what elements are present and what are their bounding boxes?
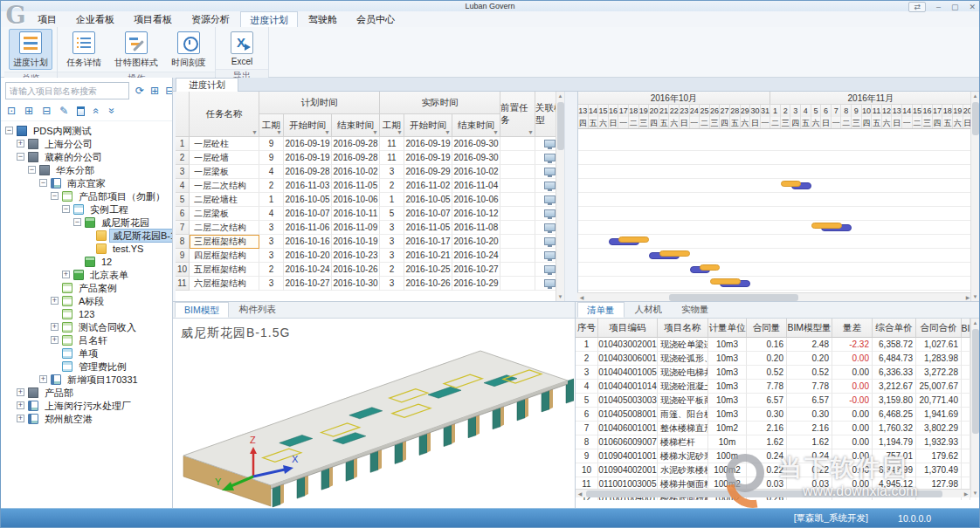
- tree-item[interactable]: −威尼斯花园: [1, 216, 172, 229]
- quantity-row[interactable]: 6010405008001雨篷、阳台板商..10m30.300.300.006,…: [576, 408, 970, 422]
- quantity-row[interactable]: 3010404001005现浇砼电梯井壁..10m30.520.520.006,…: [576, 366, 970, 380]
- gantt-actual-bar[interactable]: [811, 223, 842, 229]
- tab-人材机[interactable]: 人材机: [626, 302, 672, 318]
- menu-item-企业看板[interactable]: 企业看板: [67, 11, 123, 27]
- maximize-icon[interactable]: [951, 3, 959, 11]
- collapse-toggle-icon[interactable]: −: [28, 166, 36, 174]
- model-link-icon[interactable]: [544, 168, 556, 175]
- ribbon-button-任务详情[interactable]: 任务详情: [62, 29, 106, 70]
- gantt-chart[interactable]: 2016年10月2016年11月 13141516171819202122232…: [577, 92, 972, 292]
- gantt-actual-bar[interactable]: [618, 237, 649, 243]
- quantity-row[interactable]: 1010403002001现浇砼单梁连续..10m30.162.48-2.326…: [576, 338, 970, 352]
- col-项目编码[interactable]: 项目编码: [598, 319, 658, 338]
- quantity-row[interactable]: 2010403006001现浇砼弧形、拱..10m30.200.200.006,…: [576, 352, 970, 366]
- task-name-cell[interactable]: 四层框架结构: [190, 249, 259, 263]
- ribbon-button-进度计划[interactable]: 进度计划: [9, 29, 52, 70]
- tab-BIM模型[interactable]: BIM模型: [175, 302, 229, 318]
- gantt-actual-bar[interactable]: [659, 250, 690, 257]
- tree-item[interactable]: +上海闵行污水处理厂: [1, 399, 172, 412]
- table-gantt-splitter[interactable]: [564, 92, 577, 301]
- col-plan-start[interactable]: 开始时间▼: [284, 114, 332, 137]
- tree-item[interactable]: −实例工程: [1, 202, 172, 216]
- collapse-toggle-icon[interactable]: −: [73, 218, 81, 226]
- expand-toggle-icon[interactable]: +: [17, 388, 24, 396]
- search-input[interactable]: [5, 82, 129, 99]
- model-link-icon[interactable]: [544, 251, 556, 259]
- tree-item[interactable]: 管理费比例: [1, 360, 172, 373]
- quantity-row[interactable]: 9010904001001楼梯水泥砂浆踢..100m0.240.240.0075…: [576, 449, 970, 463]
- model-link-icon[interactable]: [544, 182, 556, 189]
- model-link-icon[interactable]: [544, 237, 556, 245]
- task-name-cell[interactable]: 一层砼柱: [190, 137, 259, 151]
- col-量差[interactable]: 量差: [832, 319, 873, 338]
- schedule-row[interactable]: 3一层梁板42016-09-282016-10-0232016-09-29201…: [176, 165, 564, 179]
- col-合同量[interactable]: 合同量: [747, 319, 787, 338]
- add-sibling-icon[interactable]: ⊟: [42, 106, 51, 116]
- col-BI[interactable]: BI: [962, 319, 970, 338]
- col-plan-end[interactable]: 结束时间▼: [332, 114, 380, 137]
- task-name-cell[interactable]: 一层梁板: [190, 165, 259, 179]
- tree-item[interactable]: +测试合同收入: [1, 320, 172, 333]
- col-计量单位[interactable]: 计量单位: [708, 319, 747, 338]
- tab-实物量[interactable]: 实物量: [673, 302, 718, 318]
- edit-icon[interactable]: ✎: [59, 106, 68, 116]
- expand-toggle-icon[interactable]: +: [39, 375, 47, 383]
- expand-grid-icon[interactable]: ⊞: [150, 86, 159, 96]
- model-link-icon[interactable]: [544, 140, 556, 147]
- quantities-horizontal-scrollbar[interactable]: ◀ ▶: [576, 489, 970, 497]
- col-合同合价[interactable]: 合同合价: [916, 319, 962, 338]
- collapse-toggle-icon[interactable]: −: [5, 127, 13, 134]
- quantity-row[interactable]: 8010606009007楼梯栏杆10m1.621.620.001,194.79…: [576, 435, 970, 449]
- collapse-toggle-icon[interactable]: −: [51, 192, 59, 200]
- tree-item[interactable]: 威尼斯花园B-1.5G: [1, 229, 172, 242]
- schedule-row[interactable]: 7二层二次结构32016-11-062016-11-0932016-11-052…: [176, 221, 564, 235]
- menu-item-项目[interactable]: 项目: [29, 11, 66, 27]
- quantity-row[interactable]: 10010904002001水泥砂浆楼梯2..100m20.220.220.00…: [576, 463, 970, 477]
- task-name-cell[interactable]: 六层框架结构: [190, 277, 259, 291]
- model-link-icon[interactable]: [544, 209, 556, 217]
- gantt-horizontal-scrollbar[interactable]: ◀ ▶: [577, 292, 972, 301]
- tree-item[interactable]: +吕名轩: [1, 333, 172, 346]
- model-link-icon[interactable]: [544, 154, 556, 161]
- menu-item-进度计划[interactable]: 进度计划: [240, 11, 298, 27]
- col-task-name[interactable]: 任务名称▼: [190, 92, 259, 137]
- tree-item[interactable]: −PDS内网测试: [1, 124, 172, 137]
- col-plan-duration[interactable]: 工期▼: [259, 114, 284, 137]
- menu-item-资源分析[interactable]: 资源分析: [183, 11, 238, 27]
- tab-schedule-plan[interactable]: 进度计划: [176, 78, 238, 92]
- menu-item-会员中心[interactable]: 会员中心: [348, 11, 404, 27]
- expand-toggle-icon[interactable]: +: [51, 323, 59, 331]
- tree-item[interactable]: +北京表单: [1, 268, 172, 281]
- tree-item[interactable]: 产品案例: [1, 281, 172, 294]
- col-综合单价[interactable]: 综合单价: [873, 319, 916, 338]
- schedule-row[interactable]: 1一层砼柱92016-09-192016-09-28112016-09-1920…: [176, 137, 564, 151]
- tree-item[interactable]: +郑州航空港: [1, 412, 172, 425]
- model-link-icon[interactable]: [544, 279, 556, 287]
- task-name-cell[interactable]: 二层梁板: [190, 207, 259, 221]
- expand-toggle-icon[interactable]: +: [17, 140, 24, 147]
- schedule-vertical-scrollbar[interactable]: ▲ ▼: [556, 92, 564, 301]
- col-BIM模型量[interactable]: BIM模型量: [787, 319, 832, 338]
- task-name-cell[interactable]: 五层框架结构: [190, 263, 259, 277]
- model-link-icon[interactable]: [544, 195, 556, 203]
- tree-item[interactable]: test.YS: [1, 242, 172, 255]
- col-序号[interactable]: 序号: [576, 319, 598, 338]
- ribbon-button-甘特图样式[interactable]: 甘特图样式: [110, 29, 162, 70]
- skin-switch-icon[interactable]: [908, 2, 926, 12]
- collapse-all-icon[interactable]: «: [92, 108, 102, 114]
- gantt-actual-bar[interactable]: [710, 278, 741, 285]
- expand-toggle-icon[interactable]: +: [17, 415, 24, 422]
- schedule-row[interactable]: 10五层框架结构22016-10-242016-10-2622016-10-25…: [176, 263, 564, 277]
- tree-item[interactable]: +产品部: [1, 386, 172, 399]
- task-name-cell[interactable]: 三层框架结构: [190, 235, 259, 249]
- task-name-cell[interactable]: 二层砼墙柱: [190, 193, 259, 207]
- add-child-icon[interactable]: ⊞: [24, 106, 33, 116]
- tree-item[interactable]: 12: [1, 255, 172, 268]
- col-项目名称[interactable]: 项目名称: [658, 319, 708, 338]
- tab-清单量[interactable]: 清单量: [577, 302, 625, 318]
- model-link-icon[interactable]: [544, 223, 556, 231]
- schedule-row[interactable]: 6二层梁板42016-10-072016-10-1152016-10-07201…: [176, 207, 564, 221]
- gantt-actual-bar[interactable]: [781, 181, 801, 187]
- gantt-vertical-scrollbar[interactable]: ▲ ▼: [970, 92, 979, 301]
- bim-model-canvas[interactable]: ZXY: [173, 339, 574, 508]
